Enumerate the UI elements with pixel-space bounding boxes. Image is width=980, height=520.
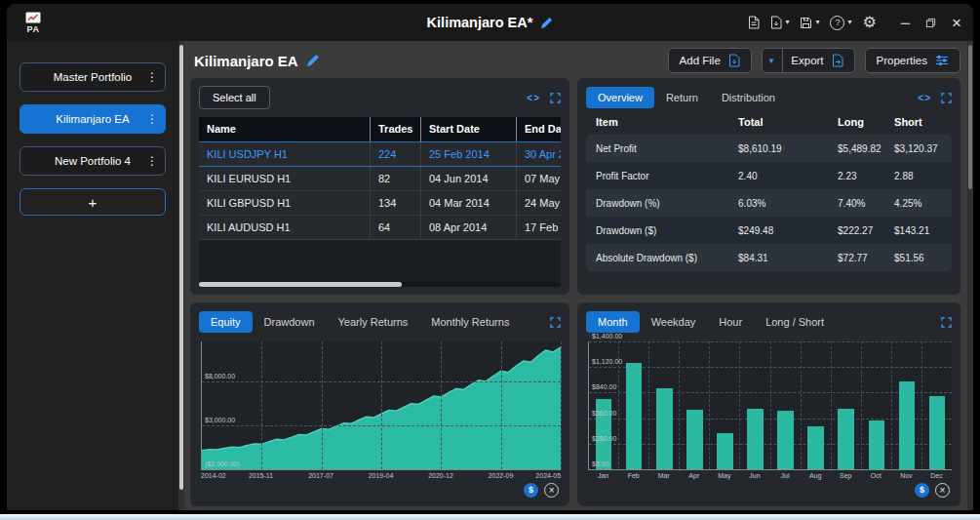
chevron-down-icon[interactable]: ▾ <box>815 19 819 26</box>
table-row[interactable]: KILI USDJPY H122425 Feb 201430 Apr 2 <box>199 142 561 167</box>
report-document-icon[interactable] <box>748 16 760 29</box>
right-scrollbar-thumb[interactable] <box>968 45 972 189</box>
chart-close-button[interactable]: × <box>544 483 559 498</box>
stats-cell: 7.40% <box>828 198 884 209</box>
bar <box>777 411 794 469</box>
table-row[interactable]: KILI EURUSD H18204 Jun 201407 May 2 <box>199 167 561 191</box>
chevron-down-icon[interactable]: ▾ <box>785 19 789 26</box>
column-header-start-date: Start Date <box>421 117 517 141</box>
stats-tab-distribution[interactable]: Distribution <box>710 87 787 108</box>
x-axis-label: 2019-04 <box>369 472 394 479</box>
stats-table: Net Profit$8,610.19$5,489.82$3,120.37Pro… <box>586 135 952 271</box>
table-cell: 64 <box>371 216 421 239</box>
main-header: Kilimanjaro EA Add File ▾ Export Propert… <box>190 45 960 76</box>
save-button[interactable]: ▾ <box>800 17 819 29</box>
column-header-end-date: End Date <box>517 117 561 141</box>
bar-columns <box>589 341 952 469</box>
bar-column-feb <box>619 341 649 469</box>
bar <box>929 396 946 469</box>
left-scrollbar[interactable] <box>178 41 184 510</box>
restore-icon <box>925 18 936 28</box>
add-portfolio-button[interactable]: + <box>20 188 166 216</box>
export-dropdown-toggle[interactable]: ▾ <box>769 49 784 72</box>
export-button[interactable]: ▾ Export <box>762 48 855 73</box>
monthly-tab-long-short[interactable]: Long / Short <box>754 311 836 333</box>
sidebar-item-master-portfolio[interactable]: Master Portfolio⋮ <box>20 62 166 92</box>
equity-tab-drawdown[interactable]: Drawdown <box>253 311 327 333</box>
stats-tab-overview[interactable]: Overview <box>586 87 654 108</box>
x-axis-label: 2014-02 <box>201 472 226 479</box>
trades-table-header: NameTradesStart DateEnd Date <box>199 117 561 142</box>
bar <box>686 410 703 469</box>
monthly-tab-weekday[interactable]: Weekday <box>640 311 708 333</box>
equity-tab-monthly-returns[interactable]: Monthly Returns <box>419 311 521 333</box>
table-cell: 17 Feb 2 <box>517 216 561 239</box>
table-cell: 134 <box>371 191 421 215</box>
select-all-button[interactable]: Select all <box>199 86 270 109</box>
equity-chart: $8,000.00$3,000.00($2,000.00) <box>201 341 561 470</box>
settings-gear-icon[interactable]: ⚙ <box>863 15 877 30</box>
monthly-bar-chart: $1,400.00$1,120.00$840.00$560.00$280.00$… <box>588 341 952 470</box>
chart-close-button[interactable]: × <box>935 483 950 498</box>
chevron-down-icon[interactable]: ▾ <box>847 19 851 26</box>
edit-pencil-icon[interactable] <box>540 17 553 29</box>
expand-icon[interactable] <box>941 317 952 328</box>
sidebar-item-label: Kilimanjaro EA <box>56 113 129 125</box>
sidebar-item-kilimanjaro-ea[interactable]: Kilimanjaro EA⋮ <box>20 104 166 134</box>
table-row[interactable]: KILI AUDUSD H16408 Apr 201417 Feb 2 <box>199 216 561 240</box>
gridline <box>261 341 262 469</box>
properties-button[interactable]: Properties <box>865 48 960 73</box>
horizontal-scrollbar-thumb[interactable] <box>199 282 402 287</box>
expand-icon[interactable] <box>550 93 561 103</box>
x-axis-label: Oct <box>861 470 891 481</box>
table-cell: KILI GBPUSD H1 <box>199 191 371 215</box>
bar <box>656 388 673 469</box>
close-button[interactable]: × <box>952 15 961 31</box>
table-empty-area <box>199 240 561 279</box>
stats-tab-return[interactable]: Return <box>654 87 710 108</box>
table-cell: 04 Mar 2014 <box>421 191 517 215</box>
kebab-menu-icon[interactable]: ⋮ <box>146 154 158 168</box>
right-scrollbar[interactable] <box>967 41 973 510</box>
minimize-button[interactable]: ─ <box>901 17 910 29</box>
equity-tab-yearly-returns[interactable]: Yearly Returns <box>327 311 420 333</box>
bar <box>899 381 916 469</box>
edit-pencil-icon[interactable] <box>306 54 320 67</box>
trades-table: NameTradesStart DateEnd Date KILI USDJPY… <box>199 117 561 287</box>
stats-cell: Drawdown (%) <box>586 198 728 209</box>
monthly-tab-hour[interactable]: Hour <box>707 311 754 333</box>
stats-cell: Absolute Drawdown ($) <box>586 253 728 263</box>
code-view-icon[interactable]: <> <box>918 93 931 103</box>
monthly-tab-month[interactable]: Month <box>586 311 640 333</box>
expand-icon[interactable] <box>550 317 561 328</box>
bar-column-mar <box>649 341 680 469</box>
help-button[interactable]: ? ▾ <box>830 16 851 30</box>
open-file-button[interactable]: ▾ <box>770 16 789 29</box>
currency-toggle-button[interactable]: $ <box>915 483 929 498</box>
currency-toggle-button[interactable]: $ <box>524 483 538 498</box>
taskbar-edge <box>0 514 980 520</box>
code-view-icon[interactable]: <> <box>527 93 540 103</box>
bar-column-nov <box>892 341 922 469</box>
bar-column-jul <box>771 341 802 469</box>
sidebar-item-new-portfolio-4[interactable]: New Portfolio 4⋮ <box>20 146 166 176</box>
table-row[interactable]: KILI GBPUSD H113404 Mar 201424 May 2 <box>199 191 561 216</box>
add-file-button[interactable]: Add File <box>668 48 752 73</box>
left-scrollbar-thumb[interactable] <box>179 45 183 490</box>
app-logo: PA <box>19 12 48 34</box>
table-cell: KILI USDJPY H1 <box>199 142 371 166</box>
kebab-menu-icon[interactable]: ⋮ <box>146 70 158 84</box>
monthly-returns-panel: MonthWeekdayHourLong / Short $1,400.00$1… <box>577 302 960 506</box>
maximize-button[interactable] <box>925 18 936 28</box>
month-x-axis: JanFebMarAprMayJunJulAugSepOctNovDec <box>588 470 952 481</box>
bar <box>838 409 854 469</box>
expand-icon[interactable] <box>941 93 952 103</box>
equity-tab-equity[interactable]: Equity <box>199 311 253 333</box>
column-header-short: Short <box>884 116 952 128</box>
stats-cell: Net Profit <box>586 143 728 154</box>
horizontal-scrollbar[interactable] <box>199 282 561 287</box>
table-cell: 82 <box>371 167 421 190</box>
stats-cell: Drawdown ($) <box>586 225 728 236</box>
table-cell: 04 Jun 2014 <box>421 167 517 190</box>
kebab-menu-icon[interactable]: ⋮ <box>146 112 158 126</box>
